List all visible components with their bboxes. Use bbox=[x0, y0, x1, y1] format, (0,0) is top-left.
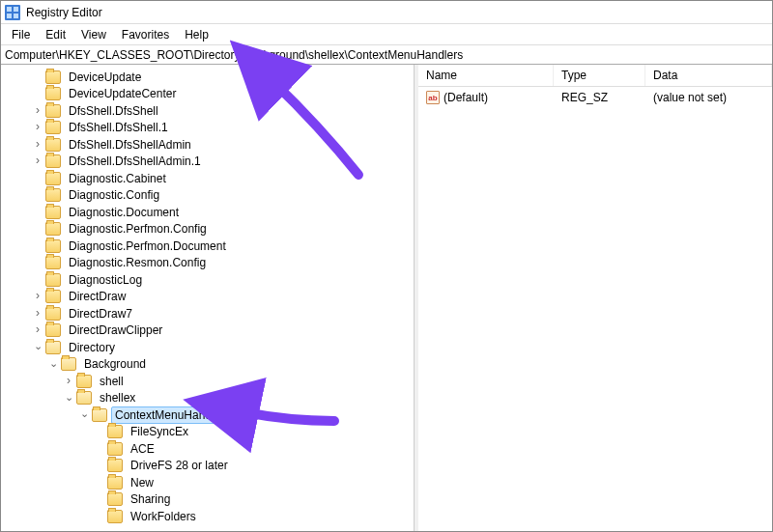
svg-rect-1 bbox=[7, 7, 12, 12]
column-name[interactable]: Name bbox=[418, 65, 554, 86]
tree-node[interactable]: Diagnostic.Cabinet bbox=[1, 170, 414, 187]
folder-icon bbox=[45, 188, 61, 202]
tree-node[interactable]: WorkFolders bbox=[1, 508, 414, 525]
tree-node[interactable]: Diagnostic.Perfmon.Document bbox=[1, 238, 414, 255]
folder-icon bbox=[45, 87, 61, 100]
tree-node[interactable]: Sharing bbox=[1, 491, 414, 509]
tree-node-label: Diagnostic.Perfmon.Config bbox=[65, 220, 211, 238]
tree-node[interactable]: DirectDraw7 bbox=[1, 305, 414, 322]
tree-node[interactable]: DfsShell.DfsShell bbox=[1, 102, 414, 120]
tree-node[interactable]: DfsShell.DfsShellAdmin.1 bbox=[1, 154, 414, 171]
list-row[interactable]: ab (Default) REG_SZ (value not set) bbox=[418, 87, 772, 108]
folder-icon bbox=[107, 492, 123, 506]
menu-edit[interactable]: Edit bbox=[39, 26, 72, 43]
tree-node-label: WorkFolders bbox=[127, 508, 200, 525]
tree-node[interactable]: New bbox=[1, 474, 414, 491]
folder-icon bbox=[76, 391, 92, 405]
tree-node[interactable]: shell bbox=[1, 373, 414, 390]
tree-node[interactable]: DiagnosticLog bbox=[1, 271, 414, 289]
tree-node[interactable]: Directory bbox=[1, 339, 414, 356]
tree-node-label: ContextMenuHandlers bbox=[111, 406, 234, 424]
expander-icon[interactable] bbox=[32, 342, 43, 353]
svg-rect-3 bbox=[7, 14, 12, 18]
tree-node-label: Diagnostic.Document bbox=[65, 204, 183, 221]
tree-node[interactable]: FileSyncEx bbox=[1, 424, 414, 441]
tree-node[interactable]: Diagnostic.Config bbox=[1, 187, 414, 205]
expander-icon[interactable] bbox=[32, 308, 43, 320]
tree-node-label: Diagnostic.Config bbox=[65, 186, 163, 204]
tree-node[interactable]: shellex bbox=[1, 390, 414, 407]
folder-icon bbox=[107, 442, 123, 456]
menu-favorites[interactable]: Favorites bbox=[115, 26, 176, 43]
expander-icon[interactable] bbox=[32, 291, 43, 302]
folder-icon bbox=[45, 256, 61, 269]
value-name: (Default) bbox=[444, 91, 488, 104]
expander-icon[interactable] bbox=[32, 105, 43, 117]
content-area: DeviceUpdateDeviceUpdateCenterDfsShell.D… bbox=[1, 65, 772, 531]
folder-icon bbox=[107, 459, 123, 472]
tree-node[interactable]: DfsShell.DfsShell.1 bbox=[1, 120, 414, 137]
folder-icon bbox=[45, 273, 61, 287]
tree-node-label: DirectDrawClipper bbox=[65, 322, 166, 339]
menu-help[interactable]: Help bbox=[178, 26, 215, 43]
expander-icon[interactable] bbox=[32, 122, 43, 133]
expander-icon[interactable] bbox=[32, 139, 43, 151]
tree-node[interactable]: Background bbox=[1, 356, 414, 374]
tree-node-label: shell bbox=[96, 373, 128, 390]
expander-icon[interactable] bbox=[63, 392, 74, 404]
tree-node[interactable]: Diagnostic.Resmon.Config bbox=[1, 255, 414, 272]
tree-node[interactable]: DriveFS 28 or later bbox=[1, 458, 414, 475]
menu-view[interactable]: View bbox=[74, 26, 113, 43]
folder-icon bbox=[107, 425, 123, 438]
tree-node[interactable]: DeviceUpdateCenter bbox=[1, 86, 414, 103]
svg-rect-2 bbox=[14, 7, 18, 12]
tree-pane[interactable]: DeviceUpdateDeviceUpdateCenterDfsShell.D… bbox=[1, 65, 415, 531]
tree-node-label: DfsShell.DfsShellAdmin bbox=[65, 136, 195, 154]
expander-icon[interactable] bbox=[63, 376, 74, 387]
expander-icon[interactable] bbox=[47, 358, 59, 370]
column-type[interactable]: Type bbox=[554, 65, 645, 86]
folder-icon bbox=[45, 70, 61, 84]
tree-node-label: shellex bbox=[96, 389, 139, 406]
tree-node[interactable]: Diagnostic.Document bbox=[1, 204, 414, 221]
tree-node-label: DeviceUpdateCenter bbox=[65, 85, 180, 102]
folder-icon bbox=[45, 341, 61, 354]
address-bar[interactable]: Computer\HKEY_CLASSES_ROOT\Directory\Bac… bbox=[1, 45, 772, 65]
address-path: Computer\HKEY_CLASSES_ROOT\Directory\Bac… bbox=[5, 48, 463, 62]
folder-icon bbox=[107, 476, 123, 490]
expander-icon[interactable] bbox=[32, 155, 43, 167]
tree-node[interactable]: DeviceUpdate bbox=[1, 69, 414, 86]
folder-icon bbox=[45, 154, 61, 168]
tree-node[interactable]: DirectDraw bbox=[1, 289, 414, 306]
tree-node-label: DiagnosticLog bbox=[65, 271, 146, 289]
expander-icon[interactable] bbox=[32, 324, 43, 336]
tree-node[interactable]: DfsShell.DfsShellAdmin bbox=[1, 136, 414, 154]
string-value-icon: ab bbox=[426, 91, 440, 104]
menu-file[interactable]: File bbox=[5, 26, 37, 43]
tree-node-label: DeviceUpdate bbox=[65, 69, 145, 86]
column-data[interactable]: Data bbox=[645, 65, 772, 86]
folder-icon bbox=[76, 375, 92, 388]
expander-icon[interactable] bbox=[78, 409, 90, 421]
menu-bar: File Edit View Favorites Help bbox=[1, 24, 772, 45]
folder-icon bbox=[45, 138, 61, 152]
tree-node[interactable]: Diagnostic.Perfmon.Config bbox=[1, 221, 414, 238]
svg-rect-4 bbox=[14, 14, 18, 18]
tree-node-label: DirectDraw7 bbox=[65, 305, 136, 322]
folder-icon bbox=[45, 307, 61, 321]
value-data: (value not set) bbox=[645, 89, 772, 106]
tree-node-label: DirectDraw bbox=[65, 288, 129, 305]
tree-node-label: New bbox=[127, 474, 157, 491]
tree-node[interactable]: ContextMenuHandlers bbox=[1, 406, 414, 424]
tree-node[interactable]: DirectDrawClipper bbox=[1, 322, 414, 340]
tree-node-label: DriveFS 28 or later bbox=[127, 457, 232, 474]
tree-node[interactable]: ACE bbox=[1, 440, 414, 458]
app-icon bbox=[5, 5, 20, 20]
tree-node-label: Sharing bbox=[127, 490, 174, 508]
tree-node-label: DfsShell.DfsShellAdmin.1 bbox=[65, 153, 205, 170]
folder-icon bbox=[45, 104, 61, 118]
folder-icon bbox=[45, 239, 61, 253]
tree-node-label: DfsShell.DfsShell.1 bbox=[65, 119, 172, 136]
list-pane[interactable]: Name Type Data ab (Default) REG_SZ (valu… bbox=[418, 65, 772, 531]
folder-icon bbox=[45, 290, 61, 303]
